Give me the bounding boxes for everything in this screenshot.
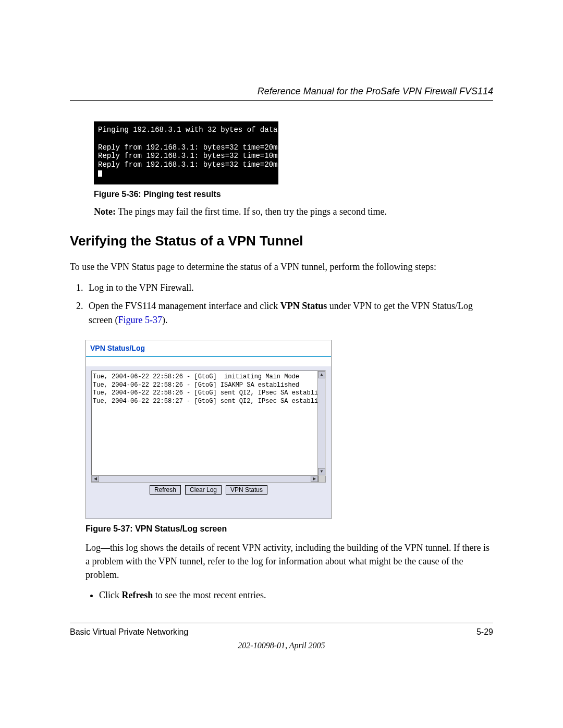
log-line: Tue, 2004-06-22 22:58:26 - [GtoG] sent Q… — [93, 389, 326, 397]
footer-left: Basic Virtual Private Networking — [70, 627, 188, 637]
scrollbar-corner — [319, 475, 326, 483]
ping-line: Pinging 192.168.3.1 with 32 bytes of dat… — [98, 126, 282, 134]
figure-37: VPN Status/Log Tue, 2004-06-22 22:58:26 … — [85, 340, 493, 519]
bullet-list: Click Refresh to see the most recent ent… — [85, 589, 493, 602]
vpn-title-bar: VPN Status/Log — [86, 340, 331, 357]
step-1: Log in to the VPN Firewall. — [85, 281, 493, 295]
vpn-panel-title: VPN Status/Log — [90, 344, 145, 352]
bullet-text-pre: Click — [99, 590, 122, 600]
footer-row: Basic Virtual Private Networking 5-29 — [70, 627, 493, 637]
step-2-bold: VPN Status — [280, 301, 327, 311]
log-description: Log—this log shows the details of recent… — [85, 541, 493, 582]
bullet-refresh: Click Refresh to see the most recent ent… — [99, 589, 493, 602]
scroll-right-icon[interactable]: ▶ — [311, 476, 318, 482]
figure-36-caption: Figure 5-36: Pinging test results — [94, 190, 493, 199]
footer-page-number: 5-29 — [476, 627, 493, 637]
figure-37-link[interactable]: Figure 5-37 — [118, 315, 162, 325]
vpn-gap — [86, 357, 331, 366]
log-line: Tue, 2004-06-22 22:58:27 - [GtoG] sent Q… — [93, 398, 326, 405]
vpn-log-textarea[interactable]: Tue, 2004-06-22 22:58:26 - [GtoG] initia… — [91, 371, 326, 476]
footer-docid: 202-10098-01, April 2005 — [70, 641, 493, 650]
log-line: Tue, 2004-06-22 22:58:26 - [GtoG] ISAKMP… — [93, 381, 299, 389]
vpn-button-row: Refresh Clear Log VPN Status — [91, 483, 326, 498]
scroll-up-icon[interactable]: ▲ — [318, 371, 325, 378]
log-line: Tue, 2004-06-22 22:58:26 - [GtoG] initia… — [93, 373, 299, 380]
figure-37-caption: Figure 5-37: VPN Status/Log screen — [85, 524, 493, 534]
scroll-left-icon[interactable]: ◀ — [92, 476, 99, 482]
cursor-icon — [98, 170, 102, 177]
ping-line: Reply from 192.168.3.1: bytes=32 time=20… — [98, 161, 317, 169]
bullet-text-post: to see the most recent entries. — [153, 590, 266, 600]
vpn-log-area: Tue, 2004-06-22 22:58:26 - [GtoG] initia… — [86, 366, 331, 519]
intro-paragraph: To use the VPN Status page to determine … — [70, 261, 493, 274]
step-2: Open the FVS114 management interface and… — [85, 299, 493, 327]
section-heading: Verifying the Status of a VPN Tunnel — [70, 233, 493, 249]
vpn-log-text: Tue, 2004-06-22 22:58:26 - [GtoG] initia… — [92, 371, 325, 408]
step-2-text: Open the FVS114 management interface and… — [89, 301, 280, 311]
horizontal-scrollbar-row: ◀ ▶ — [91, 475, 326, 483]
vpn-status-button[interactable]: VPN Status — [226, 485, 267, 495]
steps-list: Log in to the VPN Firewall. Open the FVS… — [70, 281, 493, 327]
footer: Basic Virtual Private Networking 5-29 20… — [70, 623, 493, 650]
vpn-status-panel: VPN Status/Log Tue, 2004-06-22 22:58:26 … — [85, 340, 332, 519]
step-2-text3: ). — [162, 315, 168, 325]
page: Reference Manual for the ProSafe VPN Fir… — [0, 0, 563, 692]
vertical-scrollbar[interactable]: ▲ ▼ — [317, 371, 325, 475]
note-text: The pings may fail the first time. If so… — [116, 206, 387, 217]
scroll-down-icon[interactable]: ▼ — [318, 468, 325, 475]
clear-log-button[interactable]: Clear Log — [185, 485, 222, 495]
horizontal-scrollbar[interactable]: ◀ ▶ — [91, 475, 319, 483]
ping-line: Reply from 192.168.3.1: bytes=32 time=20… — [98, 143, 317, 152]
bullet-bold: Refresh — [122, 590, 153, 600]
note-label: Note: — [94, 206, 116, 217]
page-header: Reference Manual for the ProSafe VPN Fir… — [70, 86, 493, 101]
note-paragraph: Note: The pings may fail the first time.… — [94, 206, 493, 217]
ping-terminal: Pinging 192.168.3.1 with 32 bytes of dat… — [94, 121, 278, 184]
refresh-button[interactable]: Refresh — [150, 485, 181, 495]
ping-line: Reply from 192.168.3.1: bytes=32 time=10… — [98, 152, 317, 160]
